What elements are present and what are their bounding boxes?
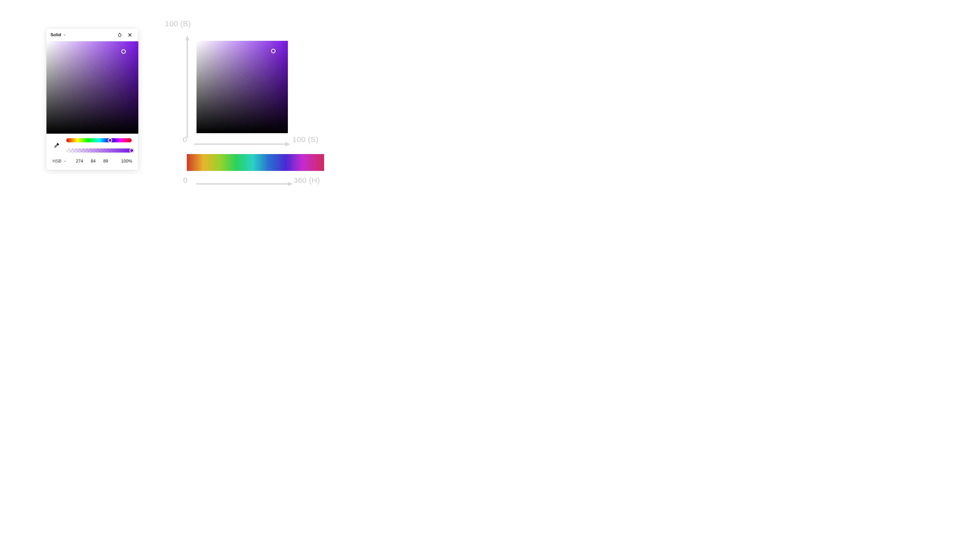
axis-h-zero: 0	[183, 176, 188, 185]
axis-b-max-label: 100 (B)	[165, 19, 191, 28]
svg-marker-3	[185, 36, 189, 40]
axis-origin-zero: 0	[183, 135, 187, 144]
chevron-down-icon	[63, 159, 67, 163]
svg-marker-7	[288, 182, 293, 186]
alpha-slider-thumb[interactable]	[129, 148, 134, 153]
color-picker-panel: Solid	[46, 29, 138, 170]
color-model-label: HSB	[52, 159, 62, 164]
hue-slider[interactable]	[66, 138, 132, 142]
hue-slider-thumb[interactable]	[108, 138, 112, 143]
value-alpha[interactable]: 100%	[118, 159, 132, 164]
color-model-select[interactable]: HSB	[52, 159, 67, 164]
chevron-down-icon[interactable]	[63, 33, 66, 37]
axis-h-max-label: 360 (H)	[293, 176, 320, 185]
diagram-sb-field	[197, 41, 288, 133]
sb-cursor[interactable]	[121, 49, 126, 54]
fill-mode-label[interactable]: Solid	[51, 32, 61, 38]
svg-marker-5	[285, 142, 290, 146]
alpha-slider[interactable]	[66, 148, 132, 152]
value-s[interactable]: 84	[91, 159, 96, 164]
eyedropper-icon[interactable]	[53, 142, 60, 149]
diagram-hue-bar	[187, 154, 324, 171]
hsb-diagram: 100 (B) 0 100 (S) 0 360 (H)	[163, 21, 337, 194]
color-values-row: HSB 274 84 89 100%	[46, 154, 138, 170]
close-icon[interactable]	[126, 30, 134, 39]
value-b[interactable]: 89	[103, 159, 108, 164]
droplet-icon[interactable]	[115, 30, 124, 39]
axis-s-max-label: 100 (S)	[293, 135, 318, 144]
value-h[interactable]: 274	[76, 159, 83, 164]
sliders-row	[46, 134, 138, 154]
saturation-brightness-field[interactable]	[46, 41, 138, 134]
color-picker-header: Solid	[46, 29, 138, 41]
diagram-sb-cursor	[271, 49, 275, 53]
